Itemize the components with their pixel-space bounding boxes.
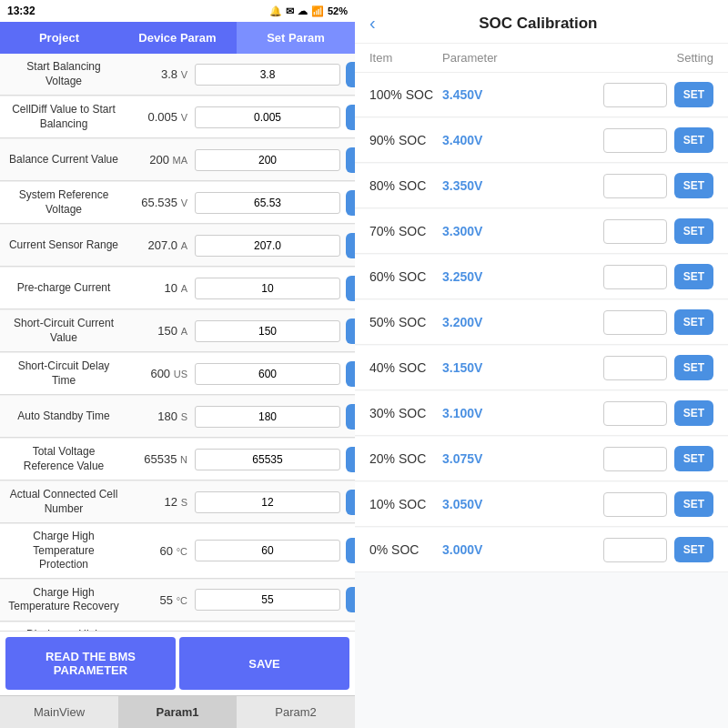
soc-param-6: 3.150V bbox=[442, 360, 603, 375]
param-set-btn-1[interactable]: SET bbox=[346, 105, 355, 130]
soc-param-7: 3.100V bbox=[442, 406, 603, 420]
soc-label-9: 10% SOC bbox=[369, 497, 442, 511]
soc-row-7: 30% SOC 3.100V SET bbox=[355, 391, 728, 436]
param-value-11: 60 °C bbox=[127, 541, 191, 561]
soc-set-btn-7[interactable]: SET bbox=[674, 400, 713, 426]
soc-input-10[interactable] bbox=[603, 538, 667, 562]
save-button[interactable]: SAVE bbox=[179, 637, 349, 690]
status-bar: 13:32 🔔 ✉ ☁ 📶 52% bbox=[0, 0, 355, 22]
nav-tab-param2[interactable]: Param2 bbox=[237, 696, 355, 728]
read-bms-button[interactable]: READ THE BMS PARAMETER bbox=[5, 637, 176, 690]
param-input-0[interactable] bbox=[195, 64, 340, 86]
bottom-buttons: READ THE BMS PARAMETER SAVE bbox=[0, 631, 355, 695]
param-name-9: Total Voltage Reference Value bbox=[0, 440, 127, 479]
col-parameter: Parameter bbox=[442, 51, 632, 65]
soc-input-7[interactable] bbox=[603, 401, 667, 426]
param-set-btn-4[interactable]: SET bbox=[346, 233, 355, 258]
back-button[interactable]: ‹ bbox=[369, 13, 376, 34]
soc-param-1: 3.400V bbox=[442, 133, 603, 147]
soc-set-btn-5[interactable]: SET bbox=[674, 309, 713, 335]
param-input-6[interactable] bbox=[195, 320, 340, 342]
param-name-13: Discharge High Temperature Protection bbox=[0, 622, 127, 631]
param-set-btn-7[interactable]: SET bbox=[346, 361, 355, 387]
soc-set-btn-6[interactable]: SET bbox=[674, 355, 713, 380]
param-name-5: Pre-charge Current bbox=[0, 276, 127, 301]
param-set-btn-10[interactable]: SET bbox=[346, 490, 355, 515]
soc-input-4[interactable] bbox=[603, 265, 667, 289]
param-input-1[interactable] bbox=[195, 106, 340, 128]
param-set-btn-5[interactable]: SET bbox=[346, 276, 355, 301]
soc-input-3[interactable] bbox=[603, 219, 667, 244]
soc-set-btn-8[interactable]: SET bbox=[674, 446, 713, 471]
param-value-2: 200 MA bbox=[127, 149, 191, 170]
soc-input-9[interactable] bbox=[603, 492, 667, 517]
param-input-3[interactable] bbox=[195, 192, 340, 214]
nav-tabs: MainViewParam1Param2 bbox=[0, 695, 355, 728]
param-value-8: 180 S bbox=[127, 406, 191, 427]
column-headers: Project Device Param Set Param bbox=[0, 22, 355, 54]
param-input-8[interactable] bbox=[195, 406, 340, 428]
soc-header: ‹ SOC Calibration bbox=[355, 0, 728, 44]
param-name-4: Current Sensor Range bbox=[0, 233, 127, 258]
param-input-2[interactable] bbox=[195, 149, 340, 171]
soc-set-btn-1[interactable]: SET bbox=[674, 127, 713, 153]
soc-param-2: 3.350V bbox=[442, 178, 603, 193]
soc-set-btn-0[interactable]: SET bbox=[674, 82, 713, 107]
param-name-0: Start Balancing Voltage bbox=[0, 55, 127, 94]
param-name-2: Balance Current Value bbox=[0, 147, 127, 173]
param-row: Pre-charge Current 10 A SET bbox=[0, 268, 355, 309]
soc-row-5: 50% SOC 3.200V SET bbox=[355, 300, 728, 345]
soc-input-6[interactable] bbox=[603, 356, 667, 380]
param-set-btn-2[interactable]: SET bbox=[346, 147, 355, 173]
nav-tab-param1[interactable]: Param1 bbox=[118, 696, 237, 728]
param-row: Charge High Temperature Recovery 55 °C S… bbox=[0, 580, 355, 622]
soc-param-5: 3.200V bbox=[442, 315, 603, 329]
param-name-11: Charge High Temperature Protection bbox=[0, 524, 127, 578]
left-panel: 13:32 🔔 ✉ ☁ 📶 52% Project Device Param S… bbox=[0, 0, 355, 728]
soc-input-8[interactable] bbox=[603, 447, 667, 471]
param-input-5[interactable] bbox=[195, 278, 340, 299]
param-input-4[interactable] bbox=[195, 235, 340, 257]
right-panel: ‹ SOC Calibration Item Parameter Setting… bbox=[355, 0, 728, 728]
soc-set-btn-10[interactable]: SET bbox=[674, 537, 713, 562]
param-set-btn-6[interactable]: SET bbox=[346, 318, 355, 344]
param-value-10: 12 S bbox=[127, 491, 191, 512]
soc-param-8: 3.075V bbox=[442, 451, 603, 466]
soc-set-btn-2[interactable]: SET bbox=[674, 173, 713, 198]
params-list: Start Balancing Voltage 3.8 V SET CellDi… bbox=[0, 54, 355, 631]
param-row: CellDiff Value to Start Balancing 0.005 … bbox=[0, 96, 355, 138]
soc-label-3: 70% SOC bbox=[369, 224, 442, 238]
soc-input-1[interactable] bbox=[603, 128, 667, 153]
param-set-btn-12[interactable]: SET bbox=[346, 587, 355, 612]
param-input-10[interactable] bbox=[195, 491, 340, 513]
param-set-btn-0[interactable]: SET bbox=[346, 62, 355, 87]
soc-label-7: 30% SOC bbox=[369, 406, 442, 420]
param-set-btn-11[interactable]: SET bbox=[346, 538, 355, 563]
soc-label-8: 20% SOC bbox=[369, 451, 442, 466]
soc-param-9: 3.050V bbox=[442, 497, 603, 511]
soc-label-10: 0% SOC bbox=[369, 542, 442, 557]
param-set-btn-3[interactable]: SET bbox=[346, 190, 355, 216]
param-set-btn-9[interactable]: SET bbox=[346, 447, 355, 472]
device-param-header: Device Param bbox=[118, 22, 237, 54]
soc-set-btn-4[interactable]: SET bbox=[674, 264, 713, 289]
soc-input-5[interactable] bbox=[603, 310, 667, 335]
param-value-1: 0.005 V bbox=[127, 106, 191, 127]
param-input-11[interactable] bbox=[195, 540, 340, 561]
param-name-10: Actual Connected Cell Number bbox=[0, 482, 127, 521]
param-input-7[interactable] bbox=[195, 363, 340, 385]
project-header: Project bbox=[0, 22, 118, 54]
param-set-btn-8[interactable]: SET bbox=[346, 404, 355, 430]
soc-input-0[interactable] bbox=[603, 83, 667, 107]
param-input-12[interactable] bbox=[195, 589, 340, 611]
param-name-3: System Reference Voltage bbox=[0, 183, 127, 222]
param-input-9[interactable] bbox=[195, 449, 340, 470]
soc-input-2[interactable] bbox=[603, 174, 667, 198]
soc-label-2: 80% SOC bbox=[369, 178, 442, 193]
soc-set-btn-9[interactable]: SET bbox=[674, 491, 713, 517]
soc-set-btn-3[interactable]: SET bbox=[674, 218, 713, 244]
param-name-6: Short-Circuit Current Value bbox=[0, 311, 127, 350]
status-icons: 🔔 ✉ ☁ 📶 52% bbox=[269, 5, 348, 17]
nav-tab-mainview[interactable]: MainView bbox=[0, 696, 118, 728]
soc-title: SOC Calibration bbox=[385, 15, 692, 33]
